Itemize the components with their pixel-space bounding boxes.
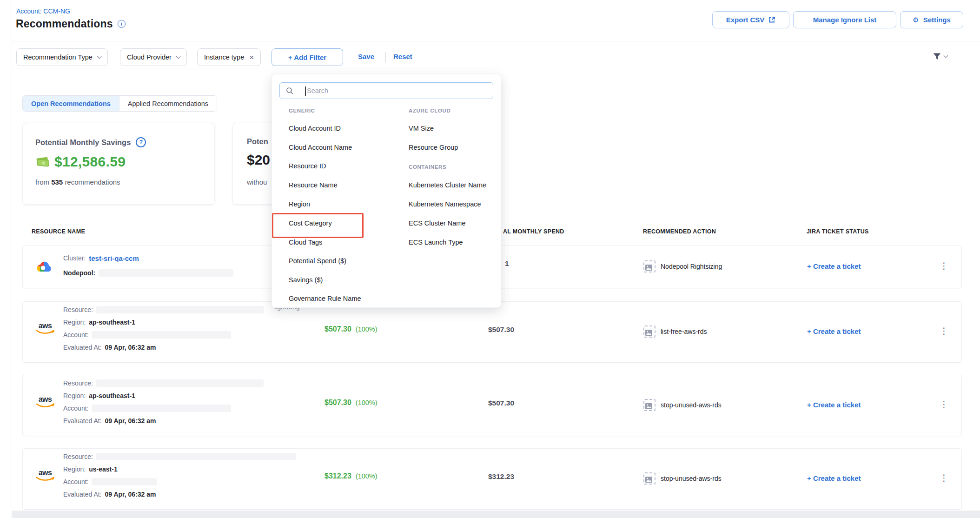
region-label: Region:: [63, 319, 86, 326]
total-monthly-spend-value: $507.30: [488, 325, 514, 334]
dropdown-item-cloud-account-id[interactable]: Cloud Account ID: [289, 125, 341, 132]
row-menu-kebab-icon[interactable]: ⋮: [940, 473, 948, 482]
region-value: us-east-1: [89, 465, 117, 473]
settings-button[interactable]: ⚙ Settings: [900, 11, 963, 28]
table-row[interactable]: aws Resource: Region: ap-southeast-1 Acc…: [22, 301, 962, 363]
chevron-down-icon: [97, 54, 101, 59]
broken-image-icon: [643, 325, 656, 338]
settings-label: Settings: [923, 16, 951, 24]
evaluated-at-label: Evaluated At:: [63, 417, 102, 425]
dropdown-item-cost-category[interactable]: Cost Category: [289, 219, 332, 227]
filter-chip-cloud-provider[interactable]: Cloud Provider: [120, 48, 187, 66]
aws-logo-icon: aws: [36, 396, 54, 408]
reset-filter-link[interactable]: Reset: [393, 53, 412, 60]
monthly-savings-percent: (100%): [356, 399, 377, 406]
dropdown-item-ecs-launch-type[interactable]: ECS Launch Type: [409, 239, 463, 246]
evaluated-at-value: 09 Apr, 06:32 am: [105, 417, 156, 425]
monthly-savings-percent: (100%): [356, 472, 377, 480]
add-filter-dropdown: GENERIC Cloud Account ID Cloud Account N…: [271, 74, 501, 308]
add-filter-button[interactable]: + Add Filter: [271, 48, 343, 66]
monthly-savings-percent: (100%): [356, 325, 377, 333]
filter-funnel-control[interactable]: [932, 52, 947, 61]
dropdown-item-resource-group[interactable]: Resource Group: [409, 144, 458, 151]
create-ticket-link[interactable]: + Create a ticket: [807, 474, 861, 482]
search-input[interactable]: [280, 83, 493, 99]
close-icon[interactable]: ×: [249, 53, 254, 61]
savings-card-title: Potential Monthly Savings: [35, 138, 131, 147]
recommended-action-label: list-free-aws-rds: [661, 328, 707, 335]
filter-chip-label: Recommendation Type: [23, 53, 93, 61]
dropdown-search: [279, 82, 493, 99]
account-label: Account:: [63, 478, 88, 485]
column-header-recommended-action: RECOMMENDED ACTION: [643, 228, 716, 235]
gear-icon: ⚙: [913, 16, 919, 24]
recommended-action-label: Nodepool Rightsizing: [661, 263, 722, 270]
savings-amount: $12,586.59: [54, 154, 126, 170]
help-icon[interactable]: ?: [136, 137, 146, 147]
section-header-containers: CONTAINERS: [409, 164, 446, 170]
column-header-resource-name: RESOURCE NAME: [32, 228, 85, 235]
spend-card-subtitle-fragment: withou: [247, 178, 267, 186]
monthly-savings-value: $507.30: [324, 325, 351, 333]
export-csv-button[interactable]: Export CSV: [712, 11, 789, 28]
dropdown-item-resource-id[interactable]: Resource ID: [289, 162, 326, 170]
breadcrumb-account-link[interactable]: Account: CCM-NG: [16, 7, 70, 15]
left-edge-divider: [12, 0, 12, 518]
dropdown-item-vm-size[interactable]: VM Size: [409, 125, 434, 132]
dropdown-item-governance-rule-name[interactable]: Governance Rule Name: [289, 295, 361, 302]
dropdown-item-potential-spend[interactable]: Potential Spend ($): [289, 257, 346, 265]
table-row[interactable]: aws Resource: Region: ap-southeast-1 Acc…: [22, 375, 962, 436]
nodepool-label: Nodepool:: [63, 269, 95, 277]
dropdown-item-resource-name[interactable]: Resource Name: [289, 181, 338, 189]
dropdown-item-cloud-tags[interactable]: Cloud Tags: [289, 239, 322, 246]
row-menu-kebab-icon[interactable]: ⋮: [940, 261, 948, 270]
save-filter-link[interactable]: Save: [358, 53, 374, 60]
chevron-down-icon: [944, 53, 948, 58]
page-title: Recommendations: [16, 18, 113, 30]
create-ticket-link[interactable]: + Create a ticket: [807, 327, 861, 335]
row-menu-kebab-icon[interactable]: ⋮: [940, 400, 948, 409]
evaluated-at-value: 09 Apr, 06:32 am: [105, 491, 156, 498]
potential-monthly-savings-card: Potential Monthly Savings ? $12,586.59 f…: [22, 123, 215, 205]
total-monthly-spend-value: $507.30: [488, 399, 514, 407]
region-value: ap-southeast-1: [89, 319, 135, 326]
broken-image-icon: [643, 472, 656, 485]
dropdown-item-kubernetes-cluster-name[interactable]: Kubernetes Cluster Name: [409, 181, 486, 189]
dropdown-item-ecs-cluster-name[interactable]: ECS Cluster Name: [409, 219, 465, 227]
cluster-name-link[interactable]: test-sri-qa-ccm: [89, 254, 139, 262]
redacted-account-value: [92, 331, 231, 339]
dropdown-item-kubernetes-namespace[interactable]: Kubernetes Namespace: [409, 200, 481, 208]
savings-count: 535: [51, 178, 63, 186]
total-monthly-spend-value: $312.23: [488, 472, 514, 481]
aws-logo-icon: aws: [36, 322, 54, 334]
dropdown-item-cloud-account-name[interactable]: Cloud Account Name: [289, 144, 352, 151]
filter-chip-recommendation-type[interactable]: Recommendation Type: [16, 48, 108, 66]
dropdown-item-savings[interactable]: Savings ($): [289, 276, 323, 284]
table-row[interactable]: aws Resource: Region: us-east-1 Account:…: [22, 448, 962, 510]
spend-card-amount-fragment: $20: [247, 152, 270, 168]
section-header-generic: GENERIC: [289, 108, 315, 113]
obscured-total-spend-fragment: 1: [505, 259, 509, 268]
spend-card-title-fragment: Poten: [247, 137, 268, 146]
filter-chip-instance-type[interactable]: Instance type ×: [197, 48, 261, 66]
dropdown-item-region[interactable]: Region: [289, 200, 310, 208]
region-label: Region:: [63, 392, 86, 399]
row-menu-kebab-icon[interactable]: ⋮: [940, 326, 948, 335]
create-ticket-link[interactable]: + Create a ticket: [807, 262, 861, 270]
redacted-resource-value: [96, 306, 264, 313]
resource-label: Resource:: [63, 453, 93, 460]
manage-ignore-list-label: Manage Ignore List: [813, 16, 877, 24]
manage-ignore-list-button[interactable]: Manage Ignore List: [793, 11, 896, 28]
redacted-resource-value: [96, 379, 264, 387]
resource-label: Resource:: [63, 379, 93, 387]
evaluated-at-label: Evaluated At:: [63, 344, 102, 351]
tab-applied-recommendations[interactable]: Applied Recommendations: [119, 96, 217, 111]
account-label: Account:: [63, 405, 88, 412]
info-icon[interactable]: i: [118, 20, 126, 28]
create-ticket-link[interactable]: + Create a ticket: [807, 401, 861, 409]
evaluated-at-label: Evaluated At:: [63, 491, 102, 498]
broken-image-icon: [643, 260, 656, 272]
section-header-azure-cloud: AZURE CLOUD: [409, 108, 450, 113]
savings-sub-suffix: recommendations: [65, 178, 120, 186]
tab-open-recommendations[interactable]: Open Recommendations: [23, 96, 119, 111]
